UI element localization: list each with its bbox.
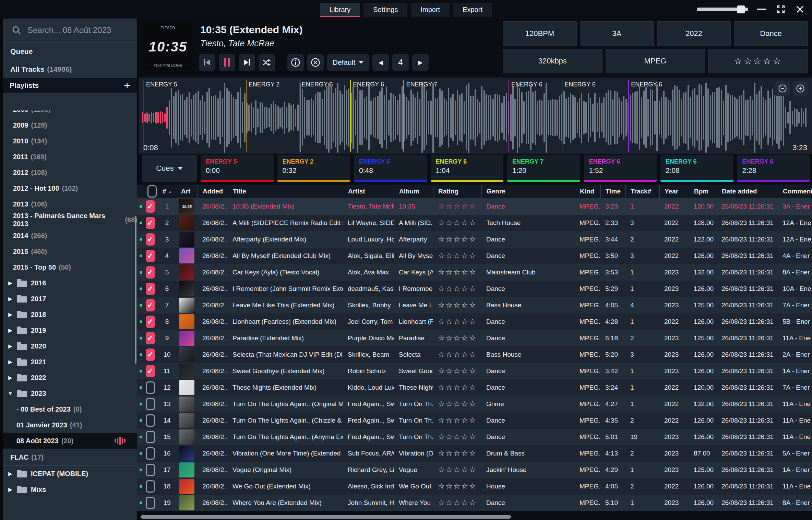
sidebar-item-2019[interactable]: ▶2019 bbox=[3, 322, 137, 338]
triangle-down-icon[interactable]: ▼ bbox=[8, 391, 13, 396]
sidebar-item-01-janvier-2023[interactable]: 01 Janvier 2023(41) bbox=[3, 417, 137, 433]
row-checkbox[interactable]: ✓ bbox=[146, 217, 155, 229]
sidebar-item-2009[interactable]: 2009(128) bbox=[3, 117, 137, 133]
column-header-year[interactable]: Year bbox=[659, 185, 689, 198]
search-input[interactable] bbox=[27, 25, 123, 35]
row-checkbox-cell[interactable]: ✓ bbox=[143, 215, 158, 231]
row-checkbox-cell[interactable]: ✓ bbox=[143, 198, 158, 215]
select-all-checkbox[interactable] bbox=[143, 185, 158, 198]
row-checkbox[interactable] bbox=[146, 431, 155, 443]
sidebar-item-2023[interactable]: ▼2023 bbox=[3, 386, 137, 401]
cell-rating[interactable]: ☆☆☆☆☆ bbox=[433, 297, 481, 314]
cue-card-7[interactable]: ENERGY 62:08 bbox=[660, 155, 733, 182]
column-header-bpm[interactable]: Bpm bbox=[689, 185, 717, 198]
triangle-right-icon[interactable]: ▶ bbox=[8, 359, 13, 365]
sidebar-item-2020[interactable]: ▶2020 bbox=[3, 338, 137, 354]
column-header-album[interactable]: Album bbox=[394, 185, 433, 198]
row-checkbox-cell[interactable] bbox=[143, 445, 158, 462]
waveform-zoom-out-button[interactable] bbox=[775, 81, 790, 96]
column-header-added[interactable]: Added bbox=[198, 185, 228, 198]
autoplay-next-button[interactable]: ▶ bbox=[412, 54, 429, 71]
sidebar-scrollbar[interactable] bbox=[135, 216, 136, 364]
sidebar-item-icepat-mobile-[interactable]: ▶ICEPAT (MOBILE) bbox=[3, 466, 137, 482]
table-row[interactable]: 1526/08/2...Turn On The Lights Again.. (… bbox=[137, 429, 812, 445]
sidebar-item-2022[interactable]: ▶2022 bbox=[3, 370, 137, 386]
sidebar-item-2017[interactable]: ▶2017 bbox=[3, 291, 137, 307]
waveform[interactable]: ENERGY 5ENERGY 2ENERGY 6ENERGY 6ENERGY 7… bbox=[142, 80, 809, 152]
cell-rating[interactable]: ☆☆☆☆☆ bbox=[433, 478, 481, 495]
bpm-tile[interactable]: 120BPM bbox=[503, 21, 577, 46]
row-checkbox[interactable] bbox=[146, 480, 155, 493]
row-checkbox-cell[interactable]: ✓ bbox=[143, 264, 158, 281]
cell-rating[interactable]: ☆☆☆☆☆ bbox=[433, 379, 481, 396]
sidebar-item-2015[interactable]: 2015(460) bbox=[3, 244, 137, 259]
row-checkbox-cell[interactable] bbox=[143, 379, 158, 396]
sidebar-item-2018[interactable]: ▶2018 bbox=[3, 307, 137, 322]
table-row[interactable]: 1726/08/2...Vogue (Original Mix)Richard … bbox=[137, 462, 812, 478]
genre-tile[interactable]: Dance bbox=[734, 21, 808, 46]
cell-rating[interactable]: ☆☆☆☆☆ bbox=[433, 445, 481, 462]
sidebar-item-2010[interactable]: 2010(134) bbox=[3, 133, 137, 149]
cue-card-6[interactable]: ENERGY 61:52 bbox=[584, 155, 657, 182]
row-checkbox-cell[interactable] bbox=[143, 462, 158, 478]
row-checkbox[interactable] bbox=[146, 398, 155, 410]
column-header-art[interactable]: Art bbox=[176, 185, 198, 198]
cue-marker-line[interactable] bbox=[299, 80, 300, 152]
cue-marker-line[interactable] bbox=[628, 80, 629, 152]
opacity-slider[interactable] bbox=[697, 8, 748, 11]
track-info-button[interactable] bbox=[287, 54, 304, 71]
table-row[interactable]: 1826/08/2...We Go Out (Extended Mix)Ales… bbox=[137, 478, 812, 495]
column-header-genre[interactable]: Genre bbox=[481, 185, 575, 198]
column-header-kind[interactable]: Kind bbox=[575, 185, 600, 198]
column-header-num[interactable]: #▲ bbox=[158, 185, 176, 198]
cell-rating[interactable]: ☆☆☆☆☆ bbox=[433, 396, 481, 412]
row-checkbox-cell[interactable]: ✓ bbox=[143, 363, 158, 379]
rating-tile[interactable]: ☆☆☆☆☆ bbox=[708, 49, 808, 73]
key-tile[interactable]: 3A bbox=[580, 21, 654, 46]
kind-tile[interactable]: MPEG bbox=[606, 49, 705, 73]
cell-rating[interactable]: ☆☆☆☆☆ bbox=[433, 231, 481, 248]
cue-marker-line[interactable] bbox=[350, 80, 351, 152]
row-checkbox-cell[interactable] bbox=[143, 412, 158, 429]
tab-import[interactable]: Import bbox=[411, 3, 450, 17]
table-row[interactable]: ✓326/08/2...Afterparty (Extended Mix)Lou… bbox=[137, 231, 812, 248]
triangle-right-icon[interactable]: ▶ bbox=[8, 296, 13, 302]
tab-library[interactable]: Library bbox=[320, 3, 360, 17]
autoplay-prev-button[interactable]: ◀ bbox=[372, 54, 389, 71]
column-header-comments[interactable]: Comments bbox=[778, 185, 812, 198]
cue-card-4[interactable]: ENERGY 61:04 bbox=[431, 155, 504, 182]
triangle-right-icon[interactable]: ▶ bbox=[8, 343, 13, 349]
cues-dropdown[interactable]: Cues bbox=[142, 155, 197, 182]
cue-marker-line[interactable] bbox=[403, 80, 404, 152]
row-checkbox[interactable] bbox=[146, 447, 155, 460]
row-checkbox-cell[interactable]: ✓ bbox=[143, 346, 158, 363]
table-row[interactable]: 1926/08/2...Where You Are (Extended Mix)… bbox=[137, 495, 812, 511]
opacity-slider-thumb[interactable] bbox=[737, 5, 745, 13]
sidebar-item--00-best-of-2023[interactable]: - 00 Best of 2023(0) bbox=[3, 401, 137, 417]
table-row[interactable]: ✓526/08/2...Car Keys (Ayla) (Tiesto Voca… bbox=[137, 264, 812, 281]
row-checkbox-cell[interactable]: ✓ bbox=[143, 330, 158, 346]
table-row[interactable]: 1226/08/2...These Nights (Extended Mix)K… bbox=[137, 379, 812, 396]
column-header-rating[interactable]: Rating bbox=[433, 185, 481, 198]
row-checkbox-cell[interactable]: ✓ bbox=[143, 281, 158, 297]
sidebar-item-flac[interactable]: FLAC(17) bbox=[3, 449, 137, 465]
row-checkbox-cell[interactable] bbox=[143, 495, 158, 511]
triangle-right-icon[interactable]: ▶ bbox=[8, 471, 13, 476]
table-row[interactable]: ✓626/08/2...I Remember (John Summit Remi… bbox=[137, 281, 812, 297]
table-row[interactable]: ✓1026/08/2...Selecta (That Mexican DJ VI… bbox=[137, 346, 812, 363]
row-checkbox[interactable]: ✓ bbox=[146, 266, 155, 279]
cell-rating[interactable]: ☆☆☆☆☆ bbox=[433, 412, 481, 429]
column-header-track-[interactable]: Track# bbox=[625, 185, 659, 198]
column-header-artist[interactable]: Artist bbox=[343, 185, 394, 198]
sidebar-item-2013[interactable]: 2013(106) bbox=[3, 196, 137, 212]
sidebar-item-2014[interactable]: 2014(266) bbox=[3, 228, 137, 244]
row-checkbox[interactable]: ✓ bbox=[146, 365, 155, 377]
row-checkbox[interactable] bbox=[146, 414, 155, 427]
table-row[interactable]: ✓226/08/2...A Milli (SIDEPIECE Remix Rad… bbox=[137, 215, 812, 231]
row-checkbox-cell[interactable] bbox=[143, 396, 158, 412]
cell-rating[interactable]: ☆☆☆☆☆ bbox=[433, 346, 481, 363]
cell-rating[interactable]: ☆☆☆☆☆ bbox=[433, 429, 481, 445]
sidebar-item-08-ao-t-2023[interactable]: 08 Août 2023(20) bbox=[3, 433, 137, 449]
triangle-right-icon[interactable]: ▶ bbox=[8, 328, 13, 333]
row-checkbox-cell[interactable]: ✓ bbox=[143, 231, 158, 248]
